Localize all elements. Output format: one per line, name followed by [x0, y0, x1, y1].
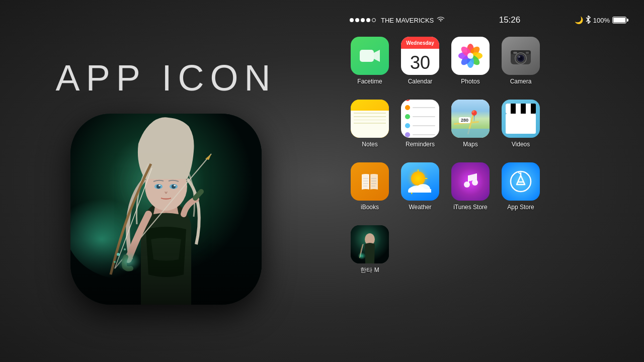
reminders-icon[interactable]	[401, 100, 439, 138]
bluetooth-icon	[586, 16, 591, 25]
app-item-appstore[interactable]: App Store	[501, 162, 541, 220]
svg-rect-35	[526, 52, 529, 54]
app-item-photos[interactable]: Photos	[450, 37, 491, 95]
signal-dot-4	[366, 18, 370, 22]
app-item-camera[interactable]: Camera	[501, 37, 541, 95]
reminders-list	[401, 100, 439, 138]
calendar-day-number: 30	[401, 54, 439, 72]
svg-rect-34	[513, 52, 517, 54]
game-icon[interactable]	[351, 225, 389, 263]
status-right: 🌙 100%	[575, 16, 626, 25]
videos-icon[interactable]	[502, 100, 540, 138]
facetime-label: Facetime	[357, 78, 382, 85]
reminders-label: Reminders	[406, 141, 435, 148]
calendar-day-name: Wednesday	[406, 40, 434, 46]
weather-icon[interactable]	[401, 162, 439, 201]
carrier-name: THE MAVERICKS	[381, 17, 434, 24]
maps-content: 280 📍	[451, 100, 490, 138]
photos-label: Photos	[461, 78, 479, 85]
right-panel: THE MAVERICKS 15:26 🌙 100%	[332, 0, 644, 362]
app-icon-large	[70, 114, 262, 305]
app-item-calendar[interactable]: Wednesday 30 Calendar	[400, 37, 440, 95]
svg-rect-17	[360, 50, 374, 62]
svg-point-64	[358, 252, 366, 259]
signal-dot-3	[361, 18, 365, 22]
weather-label: Weather	[409, 204, 431, 211]
app-item-maps[interactable]: 280 📍 Maps	[450, 100, 491, 157]
status-left: THE MAVERICKS	[350, 16, 445, 24]
svg-point-54	[472, 179, 478, 186]
status-bar: THE MAVERICKS 15:26 🌙 100%	[347, 10, 629, 30]
maps-pin: 📍	[468, 110, 480, 122]
ibooks-icon[interactable]	[351, 162, 389, 201]
character-art	[70, 114, 262, 305]
game-label: 한타 M	[360, 266, 379, 274]
app-item-reminders[interactable]: Reminders	[400, 100, 440, 157]
wifi-icon	[437, 16, 445, 24]
calendar-icon[interactable]: Wednesday 30	[401, 37, 439, 75]
appstore-icon[interactable]	[502, 162, 540, 201]
notes-icon[interactable]	[351, 100, 389, 138]
app-item-itunes[interactable]: iTunes Store	[450, 162, 491, 220]
videos-clapboard	[502, 100, 540, 138]
signal-dot-5	[372, 18, 376, 22]
calendar-label: Calendar	[408, 78, 433, 85]
app-item-ibooks[interactable]: iBooks	[350, 162, 390, 220]
photos-icon[interactable]	[451, 37, 490, 75]
status-time: 15:26	[499, 15, 521, 25]
maps-icon[interactable]: 280 📍	[451, 100, 490, 138]
signal-dots	[350, 18, 376, 22]
app-item-videos[interactable]: Videos	[501, 100, 541, 157]
itunes-label: iTunes Store	[453, 204, 488, 211]
svg-marker-18	[374, 50, 380, 62]
svg-rect-52	[409, 189, 431, 193]
app-item-notes[interactable]: Notes	[350, 100, 390, 157]
camera-icon[interactable]	[502, 37, 540, 75]
battery-icon	[612, 17, 626, 24]
app-item-game[interactable]: 한타 M	[350, 225, 390, 283]
svg-point-27	[467, 53, 473, 59]
videos-label: Videos	[512, 141, 530, 148]
svg-rect-55	[468, 175, 469, 185]
maps-label: Maps	[463, 141, 477, 148]
notes-label: Notes	[362, 141, 377, 148]
calendar-header: Wednesday	[401, 37, 439, 49]
facetime-icon[interactable]	[351, 37, 389, 75]
battery-fill	[613, 18, 625, 23]
ibooks-label: iBooks	[361, 204, 379, 211]
svg-rect-56	[476, 173, 477, 183]
app-grid: Facetime Wednesday 30 Calendar	[347, 34, 543, 286]
svg-point-53	[464, 182, 470, 188]
battery-percent: 100%	[593, 17, 610, 24]
left-panel: APP ICON	[0, 0, 332, 362]
app-item-facetime[interactable]: Facetime	[350, 37, 390, 95]
itunes-icon[interactable]	[451, 162, 490, 201]
signal-dot-1	[350, 18, 354, 22]
camera-label: Camera	[510, 78, 532, 85]
svg-point-33	[518, 56, 520, 58]
svg-point-8	[174, 185, 176, 187]
moon-icon: 🌙	[575, 16, 583, 24]
signal-dot-2	[355, 18, 359, 22]
appstore-label: App Store	[507, 204, 534, 211]
app-icon-title: APP ICON	[56, 57, 277, 99]
svg-rect-16	[70, 239, 262, 305]
svg-point-7	[158, 185, 160, 187]
app-item-weather[interactable]: Weather	[400, 162, 440, 220]
